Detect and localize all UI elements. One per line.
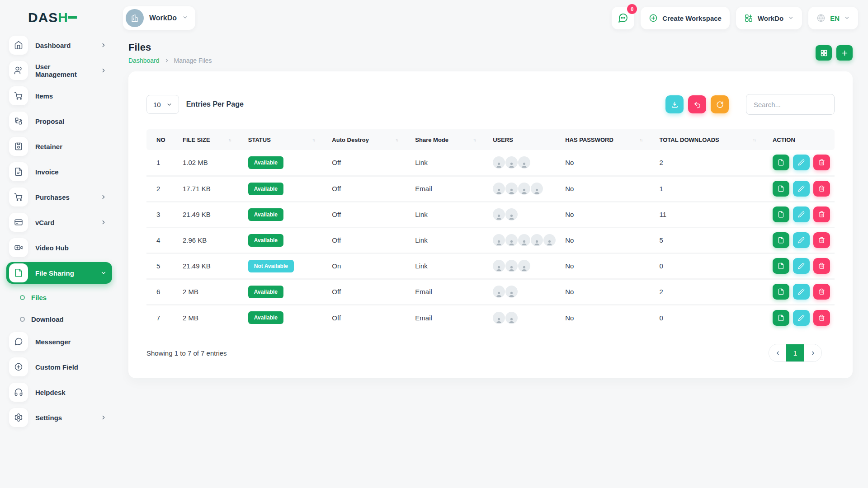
file-action-button[interactable] <box>773 181 789 197</box>
table-row: 217.71 KBAvailableOffEmailNo1 <box>146 176 835 202</box>
cell-auto-destroy: Off <box>327 305 410 330</box>
avatar[interactable] <box>505 286 518 298</box>
file-action-button[interactable] <box>773 310 789 326</box>
sidebar-item-custom-field[interactable]: Custom Field <box>6 356 112 378</box>
column-header-has-password[interactable]: HAS PASSWORD↑↓ <box>561 129 655 150</box>
avatar[interactable] <box>505 312 518 324</box>
refresh-button[interactable] <box>711 95 729 113</box>
delete-action-button[interactable] <box>813 206 830 222</box>
avatar[interactable] <box>493 260 505 272</box>
next-page-button[interactable] <box>804 344 821 362</box>
file-icon <box>9 263 28 282</box>
sidebar-item-messenger[interactable]: Messenger <box>6 331 112 352</box>
cell-action <box>768 305 835 330</box>
create-workspace-button[interactable]: Create Workspace <box>641 7 730 29</box>
avatar[interactable] <box>493 156 505 169</box>
undo-button[interactable] <box>688 95 706 113</box>
app-logo[interactable]: DASH━ <box>6 6 112 28</box>
previous-page-button[interactable] <box>769 344 786 362</box>
file-action-button[interactable] <box>773 206 789 222</box>
sort-icon[interactable]: ↑↓ <box>312 137 315 142</box>
column-header-auto-destroy[interactable]: Auto Destroy↑↓ <box>327 129 410 150</box>
delete-action-button[interactable] <box>813 155 830 170</box>
avatar[interactable] <box>493 208 505 221</box>
page-number-button[interactable]: 1 <box>786 344 804 362</box>
sort-icon[interactable]: ↑↓ <box>228 137 231 142</box>
grid-view-button[interactable] <box>816 45 832 61</box>
entries-per-page-select[interactable]: 10 <box>146 95 179 114</box>
avatar[interactable] <box>505 208 518 221</box>
breadcrumb-dashboard-link[interactable]: Dashboard <box>128 57 160 64</box>
sidebar-item-file-sharing[interactable]: File Sharing <box>6 262 112 284</box>
messages-button[interactable]: 0 <box>612 7 634 29</box>
sidebar-item-dashboard[interactable]: Dashboard <box>6 34 112 56</box>
sidebar-item-proposal[interactable]: Proposal <box>6 110 112 132</box>
avatar[interactable] <box>518 156 530 169</box>
avatar[interactable] <box>505 183 518 195</box>
add-file-button[interactable] <box>836 45 853 61</box>
sort-icon[interactable]: ↑↓ <box>640 137 642 142</box>
avatar[interactable] <box>505 234 518 246</box>
avatar[interactable] <box>493 286 505 298</box>
delete-action-button[interactable] <box>813 258 830 274</box>
sidebar-item-purchases[interactable]: Purchases <box>6 186 112 208</box>
avatar[interactable] <box>531 234 543 246</box>
delete-action-button[interactable] <box>813 284 830 300</box>
column-header-share-mode[interactable]: Share Mode↑↓ <box>410 129 488 150</box>
delete-action-button[interactable] <box>813 232 830 248</box>
delete-action-button[interactable] <box>813 310 830 326</box>
sidebar-item-items[interactable]: Items <box>6 85 112 107</box>
avatar[interactable] <box>493 234 505 246</box>
grid-icon <box>820 49 828 57</box>
avatar[interactable] <box>493 183 505 195</box>
cell-has-password: No <box>561 279 655 305</box>
sidebar-item-invoice[interactable]: Invoice <box>6 161 112 183</box>
sidebar-subitem-files[interactable]: Files <box>6 287 112 307</box>
sidebar-item-settings[interactable]: Settings <box>6 407 112 428</box>
avatar[interactable] <box>493 312 505 324</box>
avatar[interactable] <box>518 234 530 246</box>
workspace-selector[interactable]: WorkDo <box>123 6 195 30</box>
file-action-button[interactable] <box>773 155 789 170</box>
sidebar-item-user-management[interactable]: User Management <box>6 60 112 81</box>
avatar[interactable] <box>505 156 518 169</box>
edit-action-button[interactable] <box>793 206 810 222</box>
sidebar-item-label: vCard <box>35 219 93 226</box>
sort-icon[interactable]: ↑↓ <box>395 137 398 142</box>
file-action-button[interactable] <box>773 284 789 300</box>
edit-action-button[interactable] <box>793 155 810 170</box>
chevron-right-icon <box>100 219 107 225</box>
edit-action-button[interactable] <box>793 284 810 300</box>
edit-action-button[interactable] <box>793 310 810 326</box>
language-selector[interactable]: EN <box>808 7 858 29</box>
file-action-button[interactable] <box>773 232 789 248</box>
trash-icon <box>818 263 825 269</box>
avatar[interactable] <box>543 234 556 246</box>
sidebar-item-helpdesk[interactable]: Helpdesk <box>6 381 112 403</box>
edit-action-button[interactable] <box>793 232 810 248</box>
edit-action-button[interactable] <box>793 258 810 274</box>
column-header-status[interactable]: STATUS↑↓ <box>244 129 328 150</box>
avatar[interactable] <box>505 260 518 272</box>
search-input[interactable] <box>746 94 835 115</box>
file-icon <box>778 288 784 295</box>
delete-action-button[interactable] <box>813 181 830 197</box>
pencil-icon <box>798 263 805 269</box>
column-header-file-size[interactable]: FILE SIZE↑↓ <box>178 129 244 150</box>
avatar[interactable] <box>531 183 543 195</box>
column-header-total-downloads[interactable]: TOTAL DOWNLOADS↑↓ <box>655 129 768 150</box>
sidebar-item-retainer[interactable]: Retainer <box>6 136 112 157</box>
sort-icon[interactable]: ↑↓ <box>473 137 476 142</box>
invoice-icon <box>9 162 28 181</box>
avatar[interactable] <box>518 260 530 272</box>
workdo-menu-button[interactable]: WorkDo <box>736 7 802 29</box>
avatar[interactable] <box>518 183 530 195</box>
sidebar-subitem-download[interactable]: Download <box>6 309 112 329</box>
trash-icon <box>818 237 825 244</box>
file-action-button[interactable] <box>773 258 789 274</box>
export-button[interactable] <box>665 95 684 113</box>
edit-action-button[interactable] <box>793 181 810 197</box>
sidebar-item-vcard[interactable]: vCard <box>6 211 112 233</box>
sidebar-item-video-hub[interactable]: Video Hub <box>6 237 112 258</box>
sort-icon[interactable]: ↑↓ <box>753 137 755 142</box>
